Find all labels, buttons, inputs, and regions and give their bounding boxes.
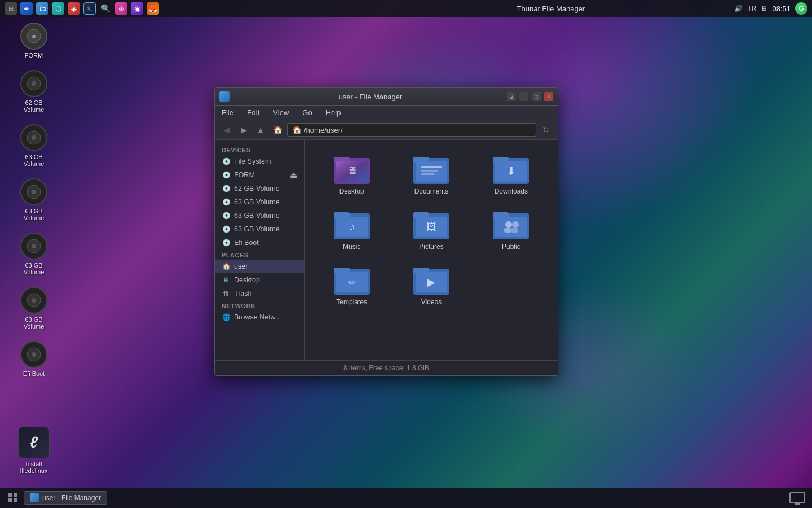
drive-63gb-3-icon: [20, 233, 47, 260]
folder-downloads[interactable]: ⬇ Downloads: [474, 149, 549, 200]
firefox-icon[interactable]: 🦊: [147, 2, 159, 15]
minimize-button[interactable]: −: [519, 92, 528, 101]
videos-folder-label: Videos: [421, 298, 442, 306]
toolbar: ◀ ▶ ▲ 🏠 🏠 /home/user/ ↻: [215, 120, 558, 140]
lang-indicator[interactable]: TR: [747, 5, 756, 12]
menu-file[interactable]: File: [219, 107, 236, 118]
music-folder-label: Music: [343, 243, 360, 251]
install-illedelinux[interactable]: ℓ Install Illedelinux: [11, 427, 56, 474]
filesystem-label: File System: [234, 157, 271, 165]
folder-content: 🖥 Desktop: [305, 140, 558, 360]
downloads-folder-icon: ⬇: [493, 154, 529, 184]
menu-edit[interactable]: Edit: [245, 107, 262, 118]
refresh-button[interactable]: ↻: [539, 122, 553, 137]
tb-task-file-manager[interactable]: user - File Manager: [24, 491, 107, 505]
drive-63gb-3-label: 63 GBVolume: [24, 262, 45, 275]
system-tray: 🔊 TR 🖥 08:51 G: [734, 2, 807, 15]
sidebar-item-form[interactable]: 💿 FORM ⏏: [215, 168, 304, 182]
maximize-button[interactable]: □: [532, 92, 541, 101]
sidebar-item-filesystem[interactable]: 💿 File System: [215, 155, 304, 168]
filesystem-icon: 💿: [222, 157, 231, 166]
sidebar-item-63gb-2[interactable]: 💿 63 GB Volume: [215, 209, 304, 222]
fm-title: user - File Manager: [234, 93, 507, 101]
drive-63gb-4-label: 63 GBVolume: [24, 316, 45, 330]
drive-62gb-icon: [20, 70, 47, 97]
tb-monitor-icon[interactable]: [789, 492, 805, 503]
folder-music[interactable]: ♪ Music: [314, 204, 389, 255]
close-button[interactable]: ×: [544, 92, 553, 101]
videos-folder-icon: ▶: [413, 264, 449, 295]
sidebar-item-desktop[interactable]: 🖥 Desktop: [215, 273, 304, 287]
menu-help[interactable]: Help: [324, 107, 343, 118]
sidebar-item-efiboot[interactable]: 💿 Efi Boot: [215, 236, 304, 249]
network-section-title: Network: [215, 300, 304, 310]
drive-63gb-2-icon: [20, 178, 47, 205]
desktop-icon-form[interactable]: ≡ FORM: [11, 23, 56, 59]
svg-point-11: [32, 298, 36, 303]
63gb-1-icon: 💿: [222, 198, 231, 207]
folder-desktop[interactable]: 🖥 Desktop: [314, 149, 389, 200]
svg-rect-21: [421, 166, 442, 168]
folder-videos[interactable]: ▶ Videos: [394, 260, 469, 310]
folder-pictures[interactable]: 🖼 Pictures: [394, 204, 469, 255]
sidebar-item-63gb-3[interactable]: 💿 63 GB Volume: [215, 222, 304, 236]
menu-go[interactable]: Go: [300, 107, 314, 118]
pin-button[interactable]: ⊻: [507, 92, 516, 101]
task-fm-icon: [30, 493, 39, 502]
file-manager-window: user - File Manager ⊻ − □ × File Edit Vi…: [214, 87, 558, 376]
redex-icon[interactable]: ◈: [68, 2, 80, 15]
sidebar-item-user[interactable]: 🏠 user: [215, 260, 304, 273]
folder-templates[interactable]: ✏ Templates: [314, 260, 389, 310]
sidebar-item-62gb[interactable]: 💿 62 GB Volume: [215, 182, 304, 195]
svg-rect-51: [8, 493, 12, 497]
volume-icon[interactable]: 🔊: [734, 5, 743, 12]
svg-rect-23: [421, 173, 435, 175]
forward-button[interactable]: ▶: [236, 122, 251, 137]
svg-point-7: [32, 190, 36, 194]
home-nav-button[interactable]: 🏠: [270, 122, 285, 137]
desktop-icon-63gb-4[interactable]: 63 GBVolume: [11, 287, 56, 330]
install-icon: ℓ: [18, 427, 50, 458]
desktop-icon-efiboot[interactable]: Efi Boot: [11, 341, 56, 377]
desktop-icon-62gb[interactable]: 62 GB Volume: [11, 70, 56, 113]
desktop-sidebar-label: Desktop: [234, 276, 260, 284]
svg-rect-53: [8, 498, 12, 502]
sidebar-item-trash[interactable]: 🗑 Trash: [215, 287, 304, 300]
pink-icon[interactable]: ⊛: [115, 2, 127, 15]
discover-icon[interactable]: ⬡: [52, 2, 64, 15]
desktop-icon-63gb-2[interactable]: 63 GBVolume: [11, 178, 56, 221]
drive-63gb-4-icon: [20, 287, 47, 314]
address-bar[interactable]: 🏠 /home/user/: [287, 123, 536, 137]
svg-text:🖥: 🖥: [347, 165, 357, 176]
editor-icon[interactable]: ✒: [20, 2, 33, 15]
purple-icon[interactable]: ◉: [131, 2, 143, 15]
form-drive-label: FORM: [234, 171, 255, 179]
folder-documents[interactable]: Documents: [394, 149, 469, 200]
svg-rect-41: [504, 228, 511, 233]
taskbar-top: ⊞ ✒ 🗂 ⬡ ◈ $_ 🔍 ⊛ ◉ 🦊 Thunar File Manager…: [0, 0, 812, 17]
folder-public[interactable]: Public: [474, 204, 549, 255]
monitor-icon[interactable]: 🖥: [761, 5, 767, 12]
desktop-icon-63gb-3[interactable]: 63 GBVolume: [11, 233, 56, 275]
grid-icon[interactable]: ⊞: [5, 2, 17, 15]
sidebar-item-63gb-1[interactable]: 💿 63 GB Volume: [215, 195, 304, 209]
drive-63gb-1-label: 63 GBVolume: [24, 154, 45, 167]
menu-view[interactable]: View: [271, 107, 291, 118]
desktop-icon-63gb-1[interactable]: 63 GBVolume: [11, 124, 56, 167]
efiboot-sidebar-icon: 💿: [222, 238, 231, 247]
documents-folder-icon: [413, 154, 449, 184]
terminal-icon[interactable]: $_: [83, 2, 96, 15]
drive-efiboot-label: Efi Boot: [23, 370, 45, 377]
avatar[interactable]: G: [795, 2, 807, 15]
sidebar-item-network[interactable]: 🌐 Browse Netw...: [215, 310, 304, 324]
svg-text:▶: ▶: [427, 277, 435, 288]
up-button[interactable]: ▲: [253, 122, 268, 137]
templates-folder-label: Templates: [336, 298, 367, 306]
svg-rect-22: [421, 170, 438, 172]
back-button[interactable]: ◀: [219, 122, 234, 137]
files-icon[interactable]: 🗂: [36, 2, 48, 15]
eject-icon[interactable]: ⏏: [289, 170, 298, 179]
tb-app-icon: [7, 492, 19, 504]
svg-point-3: [32, 81, 36, 86]
search-icon[interactable]: 🔍: [99, 2, 112, 15]
